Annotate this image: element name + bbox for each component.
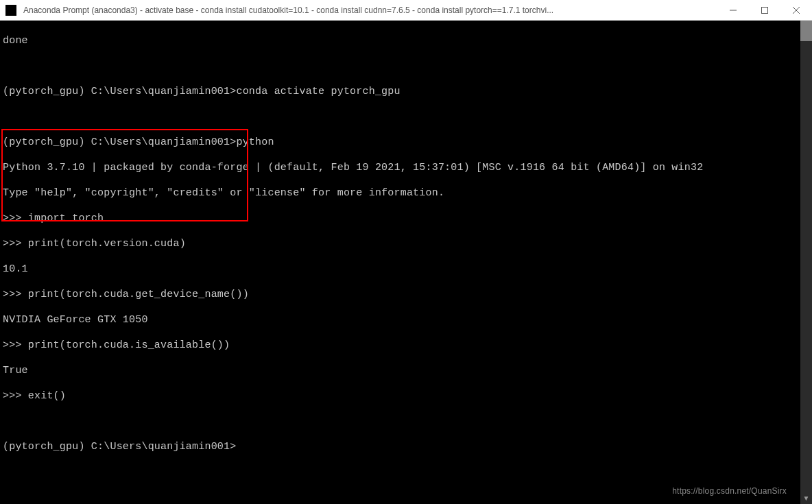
terminal-line: >>> exit() bbox=[3, 390, 798, 403]
terminal-line: >>> print(torch.cuda.is_available()) bbox=[3, 339, 798, 352]
vertical-scrollbar[interactable]: ▼ bbox=[800, 21, 812, 504]
terminal-line: (pytorch_gpu) C:\Users\quanjiamin001>pyt… bbox=[3, 136, 798, 149]
terminal-line: NVIDIA GeForce GTX 1050 bbox=[3, 314, 798, 327]
app-icon bbox=[5, 5, 16, 16]
terminal-line: (pytorch_gpu) C:\Users\quanjiamin001>con… bbox=[3, 86, 798, 99]
terminal-line bbox=[3, 60, 798, 73]
terminal-line: 10.1 bbox=[3, 263, 798, 276]
terminal-line: >>> print(torch.cuda.get_device_name()) bbox=[3, 289, 798, 302]
maximize-icon bbox=[761, 7, 768, 14]
terminal-line bbox=[3, 416, 798, 429]
window-title: Anaconda Prompt (anaconda3) - activate b… bbox=[22, 5, 717, 15]
minimize-icon bbox=[730, 7, 737, 14]
svg-rect-1 bbox=[762, 8, 768, 14]
terminal-line: Type "help", "copyright", "credits" or "… bbox=[3, 187, 798, 200]
terminal-line bbox=[3, 111, 798, 124]
terminal-container: done (pytorch_gpu) C:\Users\quanjiamin00… bbox=[0, 21, 812, 504]
terminal-line: >>> import torch bbox=[3, 213, 798, 226]
minimize-button[interactable] bbox=[717, 0, 749, 21]
window-controls bbox=[717, 0, 812, 20]
terminal-line: >>> print(torch.version.cuda) bbox=[3, 238, 798, 251]
watermark-text: https://blog.csdn.net/QuanSirx bbox=[672, 485, 787, 498]
maximize-button[interactable] bbox=[749, 0, 780, 21]
terminal-line: True bbox=[3, 365, 798, 378]
terminal-line: (pytorch_gpu) C:\Users\quanjiamin001> bbox=[3, 441, 798, 454]
terminal-output[interactable]: done (pytorch_gpu) C:\Users\quanjiamin00… bbox=[0, 21, 800, 504]
terminal-line: Python 3.7.10 | packaged by conda-forge … bbox=[3, 162, 798, 175]
window-titlebar: Anaconda Prompt (anaconda3) - activate b… bbox=[0, 0, 812, 21]
close-icon bbox=[793, 7, 800, 14]
scrollbar-thumb[interactable] bbox=[800, 21, 812, 41]
terminal-line: done bbox=[3, 35, 798, 48]
close-button[interactable] bbox=[780, 0, 812, 21]
scroll-down-icon[interactable]: ▼ bbox=[800, 492, 812, 504]
